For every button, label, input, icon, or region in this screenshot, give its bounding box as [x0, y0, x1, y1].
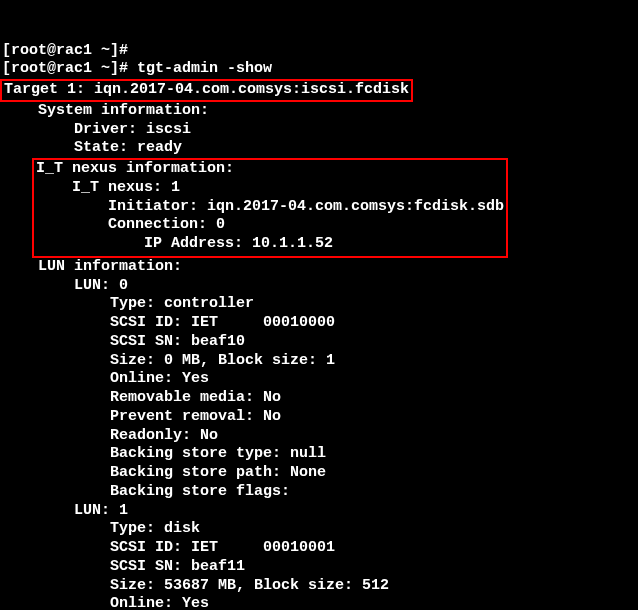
lun1-header: LUN: 1 [2, 502, 636, 521]
sysinfo-driver: Driver: iscsi [2, 121, 636, 140]
target-highlight: Target 1: iqn.2017-04.com.comsys:iscsi.f… [0, 79, 413, 102]
lun0-readonly: Readonly: No [2, 427, 636, 446]
lun0-bsflags: Backing store flags: [2, 483, 636, 502]
lun1-scsi-id: SCSI ID: IET 00010001 [2, 539, 636, 558]
lun0-bstype: Backing store type: null [2, 445, 636, 464]
lun1-type: Type: disk [2, 520, 636, 539]
sysinfo-header: System information: [2, 102, 636, 121]
lun0-type: Type: controller [2, 295, 636, 314]
lun-info-header: LUN information: [2, 258, 636, 277]
lun0-prevent: Prevent removal: No [2, 408, 636, 427]
lun0-size: Size: 0 MB, Block size: 1 [2, 352, 636, 371]
lun1-size: Size: 53687 MB, Block size: 512 [2, 577, 636, 596]
lun1-online: Online: Yes [2, 595, 636, 610]
nexus-initiator: Initiator: iqn.2017-04.com.comsys:fcdisk… [36, 198, 504, 217]
lun0-scsi-id: SCSI ID: IET 00010000 [2, 314, 636, 333]
target-line: Target 1: iqn.2017-04.com.comsys:iscsi.f… [4, 81, 409, 98]
lun1-scsi-sn: SCSI SN: beaf11 [2, 558, 636, 577]
nexus-ip: IP Address: 10.1.1.52 [36, 235, 333, 252]
lun0-scsi-sn: SCSI SN: beaf10 [2, 333, 636, 352]
lun0-removable: Removable media: No [2, 389, 636, 408]
lun0-header: LUN: 0 [2, 277, 636, 296]
lun0-online: Online: Yes [2, 370, 636, 389]
sysinfo-state: State: ready [2, 139, 636, 158]
nexus-connection: Connection: 0 [36, 216, 504, 235]
prompt-line-1: [root@rac1 ~]# [2, 42, 636, 61]
lun0-bspath: Backing store path: None [2, 464, 636, 483]
nexus-num: I_T nexus: 1 [36, 179, 504, 198]
nexus-header: I_T nexus information: [36, 160, 504, 179]
nexus-highlight: I_T nexus information: I_T nexus: 1 Init… [32, 158, 508, 258]
prompt-line-2: [root@rac1 ~]# tgt-admin -show [2, 60, 636, 79]
